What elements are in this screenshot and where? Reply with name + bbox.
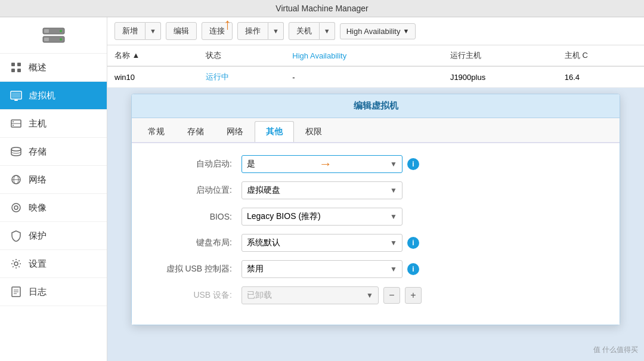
info-keyboard[interactable]: i <box>407 237 419 249</box>
select-keyboard[interactable]: 系统默认 ▼ <box>242 234 402 252</box>
form-row-usb-ctrl: 虚拟 USB 控制器: 禁用 ▼ i <box>146 260 605 278</box>
title-bar: Virtual Machine Manager <box>0 0 644 17</box>
col-host: 运行主机 <box>443 45 558 66</box>
tab-other[interactable]: 其他 <box>255 121 294 142</box>
image-icon <box>10 201 23 214</box>
overview-icon <box>10 61 23 74</box>
select-bios[interactable]: Legacy BIOS (推荐) ▼ <box>242 208 402 226</box>
sidebar-item-overview[interactable]: 概述 <box>0 54 107 82</box>
form-row-keyboard: 键盘布局: 系统默认 ▼ i <box>146 234 605 252</box>
sidebar-label-network: 网络 <box>29 174 47 186</box>
select-usb-ctrl[interactable]: 禁用 ▼ <box>242 260 402 278</box>
svg-point-5 <box>60 38 62 41</box>
select-bootloc[interactable]: 虚拟硬盘 ▼ <box>242 181 402 199</box>
vm-name: win10 <box>107 66 199 88</box>
sidebar-item-logs[interactable]: 日志 <box>0 278 107 306</box>
bootloc-arrow: ▼ <box>390 186 397 195</box>
sidebar-label-image: 映像 <box>29 202 47 214</box>
svg-point-15 <box>13 121 14 122</box>
content-area: ↑ 新增 ▼ 编辑 连接 操作 ▼ 关机 ▼ High Availability… <box>107 17 644 361</box>
svg-point-16 <box>13 125 14 126</box>
svg-point-21 <box>12 203 20 212</box>
svg-rect-11 <box>12 92 20 98</box>
usb-remove-btn[interactable]: − <box>383 287 400 304</box>
tab-general[interactable]: 常规 <box>137 121 176 142</box>
form-row-usb-dev: USB 设备: 已卸载 ▼ − + <box>146 286 605 304</box>
shutdown-btn-group: 关机 ▼ <box>289 22 335 40</box>
vm-ha: - <box>285 66 443 88</box>
sidebar-label-vm: 虚拟机 <box>29 90 55 101</box>
sidebar: 概述 虚拟机 主机 存储 网络 <box>0 17 107 361</box>
keyboard-arrow: ▼ <box>390 239 397 247</box>
svg-rect-1 <box>44 29 49 33</box>
logs-icon <box>10 285 23 298</box>
autostart-arrow: ▼ <box>390 160 397 168</box>
sidebar-item-settings[interactable]: 设置 <box>0 250 107 278</box>
operate-btn-group: 操作 ▼ <box>237 22 284 40</box>
svg-rect-8 <box>11 69 15 72</box>
info-usb-ctrl[interactable]: i <box>407 263 419 275</box>
svg-point-22 <box>14 206 18 209</box>
svg-rect-7 <box>17 63 21 66</box>
svg-rect-4 <box>44 38 49 41</box>
form-wrapper: → 自动启动: 是 ▼ i 启动位置: <box>146 155 605 304</box>
usb-add-btn[interactable]: + <box>405 287 422 304</box>
ha-dropdown-arrow: ▼ <box>402 27 409 35</box>
network-icon <box>10 173 23 186</box>
col-status: 状态 <box>199 45 285 66</box>
settings-icon <box>10 257 23 270</box>
keyboard-value: 系统默认 <box>247 237 280 248</box>
operate-button[interactable]: 操作 <box>237 22 268 40</box>
sidebar-item-host[interactable]: 主机 <box>0 110 107 138</box>
sidebar-label-settings: 设置 <box>29 258 47 270</box>
bootloc-value: 虚拟硬盘 <box>247 185 280 196</box>
usb-controls: 已卸载 ▼ − + <box>242 286 422 304</box>
edit-dialog: 编辑虚拟机 常规 存储 网络 其他 权限 → 自动启动 <box>131 94 620 325</box>
usb-dev-value: 已卸载 <box>247 290 272 301</box>
label-usb-ctrl: 虚拟 USB 控制器: <box>146 264 242 274</box>
sidebar-item-vm[interactable]: 虚拟机 <box>0 82 107 110</box>
app-logo <box>0 17 107 54</box>
sidebar-item-storage[interactable]: 存储 <box>0 138 107 166</box>
vm-cpu: 16.4 <box>558 66 644 88</box>
host-icon <box>10 117 23 130</box>
sidebar-item-protection[interactable]: 保护 <box>0 222 107 250</box>
svg-point-23 <box>14 262 18 266</box>
bios-value: Legacy BIOS (推荐) <box>247 211 321 222</box>
new-btn-group: 新增 ▼ <box>114 22 161 40</box>
svg-rect-9 <box>17 69 21 72</box>
shutdown-dropdown-arrow[interactable]: ▼ <box>320 22 335 40</box>
shutdown-button[interactable]: 关机 <box>289 22 320 40</box>
tab-storage[interactable]: 存储 <box>176 121 215 142</box>
new-dropdown-arrow[interactable]: ▼ <box>145 22 161 40</box>
autostart-value: 是 <box>247 159 255 169</box>
select-usb-dev[interactable]: 已卸载 ▼ <box>242 286 379 304</box>
svg-point-2 <box>60 30 62 32</box>
sidebar-label-storage: 存储 <box>29 146 47 158</box>
ha-button[interactable]: High Availability ▼ <box>340 23 416 39</box>
vm-status: 运行中 <box>199 66 285 88</box>
logo-icon <box>42 23 66 47</box>
tab-network[interactable]: 网络 <box>215 121 255 142</box>
svg-rect-12 <box>14 100 18 101</box>
sidebar-item-network[interactable]: 网络 <box>0 166 107 194</box>
label-bootloc: 启动位置: <box>146 185 242 196</box>
table-row[interactable]: win10 运行中 - J1900plus 16.4 <box>107 66 644 88</box>
svg-point-17 <box>11 147 21 151</box>
usb-ctrl-arrow: ▼ <box>390 265 397 273</box>
sidebar-label-protection: 保护 <box>29 230 47 242</box>
tab-permissions[interactable]: 权限 <box>294 121 333 142</box>
new-button[interactable]: 新增 <box>114 22 145 40</box>
usb-ctrl-value: 禁用 <box>247 264 264 274</box>
sidebar-label-logs: 日志 <box>29 286 47 298</box>
label-keyboard: 键盘布局: <box>146 237 242 248</box>
operate-dropdown-arrow[interactable]: ▼ <box>268 22 284 40</box>
vm-icon <box>10 89 23 102</box>
info-autostart[interactable]: i <box>407 158 419 170</box>
col-name: 名称 ▲ <box>107 45 199 66</box>
edit-button[interactable]: 编辑 <box>166 22 197 40</box>
dialog-overlay: 编辑虚拟机 常规 存储 网络 其他 权限 → 自动启动 <box>107 88 644 361</box>
dialog-tabs: 常规 存储 网络 其他 权限 <box>132 118 620 143</box>
sidebar-item-image[interactable]: 映像 <box>0 194 107 222</box>
col-ha: High Availability <box>285 45 443 66</box>
